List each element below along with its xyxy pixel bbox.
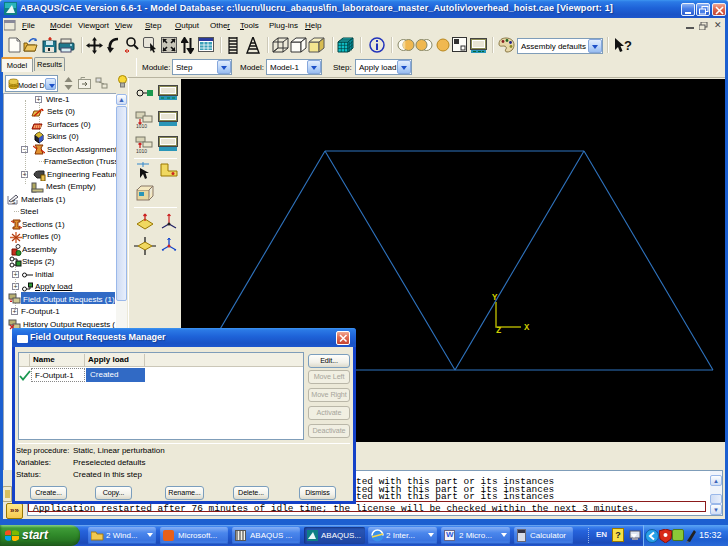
svg-text:1010: 1010	[136, 123, 147, 128]
svg-text:X: X	[524, 323, 530, 333]
svg-text:Y: Y	[492, 293, 498, 303]
svg-text:Z: Z	[496, 326, 501, 336]
svg-text:1010: 1010	[136, 148, 147, 153]
svg-text:?: ?	[624, 38, 632, 53]
svg-text:s: s	[12, 198, 16, 205]
